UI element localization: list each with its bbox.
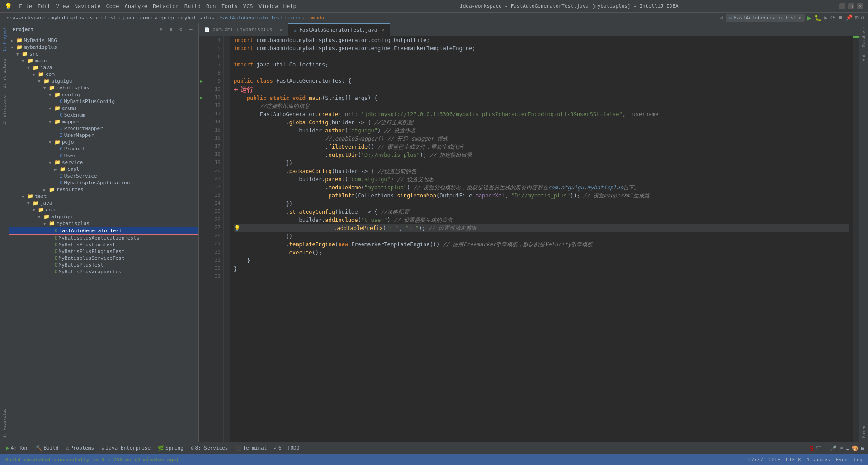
menu-window[interactable]: Window <box>255 2 280 10</box>
ime-cloud-button[interactable]: ☁ <box>846 445 849 451</box>
ime-more-button[interactable]: ⊞ <box>861 445 864 451</box>
menu-tools[interactable]: Tools <box>219 2 241 10</box>
tree-item-enums[interactable]: ▼ 📁 enums <box>9 105 198 112</box>
tree-item-java[interactable]: ▼ 📁 java <box>9 64 198 71</box>
spring-button[interactable]: 🌿 Spring <box>155 444 186 452</box>
menu-edit[interactable]: Edit <box>35 2 53 10</box>
bc-mybatisplus2[interactable]: mybatisplus <box>181 15 214 21</box>
pin-button[interactable]: 📌 <box>846 14 853 21</box>
ime-skin-button[interactable]: 🎨 <box>852 445 859 451</box>
tree-item-mybatisplus[interactable]: ▼ 📁 mybatisplus <box>9 85 198 91</box>
minimize-button[interactable]: ─ <box>839 3 845 9</box>
menu-file[interactable]: File <box>16 2 35 10</box>
java-enterprise-button[interactable]: ☕ Java Enterprise <box>99 444 153 452</box>
bc-mybatisplus[interactable]: mybatisplus <box>51 15 84 21</box>
run-button[interactable]: ▶ <box>807 14 812 22</box>
close-button[interactable]: ✕ <box>857 3 863 9</box>
window-controls[interactable]: ─ □ ✕ <box>839 3 863 9</box>
menu-run[interactable]: Run <box>203 2 219 10</box>
build-tool-button[interactable]: 🔨 Build <box>33 444 61 452</box>
services-button[interactable]: ⚙ 8: Services <box>188 444 231 452</box>
line-separator[interactable]: CRLF <box>769 457 781 463</box>
tab-fast-close[interactable]: ✕ <box>382 28 384 33</box>
tree-item-pojo[interactable]: ▼ 📁 pojo <box>9 139 198 146</box>
tab-fast-generator[interactable]: ☕ FastAutoGeneratorTest.java ✕ <box>288 23 390 36</box>
run-indicator-9[interactable]: ▶ <box>200 79 203 84</box>
bc-atguigu[interactable]: atguigu <box>155 15 175 21</box>
encoding[interactable]: UTF-8 <box>786 457 801 463</box>
bc-lambda[interactable]: Lambda <box>306 15 324 21</box>
tree-item-fastautogeneratortest[interactable]: C FastAutoGeneratorTest <box>9 227 198 235</box>
menu-view[interactable]: View <box>53 2 72 10</box>
tree-item-mybatisplusconfig[interactable]: C MyBatisPlusConfig <box>9 98 198 105</box>
ant-tab[interactable]: Ant <box>861 50 867 65</box>
tree-item-service[interactable]: ▼ 📁 service <box>9 159 198 166</box>
menu-build[interactable]: Build <box>182 2 203 10</box>
bc-method[interactable]: main <box>288 15 301 21</box>
tree-item-userservice[interactable]: I UserService <box>9 173 198 179</box>
settings-button[interactable]: ⚙ <box>861 14 864 21</box>
todo-button[interactable]: ✓ 6: TODO <box>271 444 302 452</box>
tree-item-com[interactable]: ▼ 📁 com <box>9 71 198 78</box>
tree-item-java[interactable]: ▼ 📁 java <box>9 200 198 207</box>
tree-item-mybatisplusapplicationtests[interactable]: C MybatisplusApplicationTests <box>9 235 198 241</box>
menu-navigate[interactable]: Navigate <box>72 2 104 10</box>
back-button[interactable]: ◁ <box>720 14 723 21</box>
sort-button[interactable]: ≡ <box>167 26 175 34</box>
menu-vcs[interactable]: VCS <box>241 2 256 10</box>
ime-keyboard-button[interactable]: ⌨ <box>840 445 843 451</box>
run-indicator-11[interactable]: ▶ <box>200 95 203 100</box>
ime-cn-button[interactable]: 中 <box>816 444 822 452</box>
tree-item-mybatisplus[interactable]: ▼ 📁 mybatisplus <box>9 44 198 51</box>
tree-item-user[interactable]: C User <box>9 152 198 159</box>
structure-panel-tab[interactable]: Z: Structure <box>1 55 8 92</box>
layout-button[interactable]: ⊞ <box>855 14 859 21</box>
tree-item-atguigu[interactable]: ▼ 📁 atguigu <box>9 78 198 85</box>
menu-help[interactable]: Help <box>281 2 299 10</box>
bc-com[interactable]: com <box>140 15 149 21</box>
terminal-button[interactable]: ⬛ Terminal <box>232 444 269 452</box>
tree-item-mapper[interactable]: ▼ 📁 mapper <box>9 118 198 125</box>
indent-setting[interactable]: 4 spaces <box>806 457 830 463</box>
collapse-all-button[interactable]: ⊞ <box>157 26 165 34</box>
favorites-tab[interactable]: 2: Favorites <box>1 405 8 442</box>
bc-java[interactable]: java <box>122 15 134 21</box>
structure-panel-tab2[interactable]: 2: Structure <box>1 92 8 128</box>
maven-tab[interactable]: Maven <box>861 422 867 442</box>
menu-analyze[interactable]: Analyze <box>122 2 150 10</box>
tree-item-src[interactable]: ▼ 📁 src <box>9 51 198 57</box>
bc-test[interactable]: test <box>104 15 117 21</box>
tree-item-test[interactable]: ▼ 📁 test <box>9 193 198 200</box>
tree-item-usermapper[interactable]: I UserMapper <box>9 132 198 139</box>
code-content[interactable]: import com.baomidou.mybatisplus.generato… <box>230 36 853 442</box>
tree-item-impl[interactable]: ▶ 📁 impl <box>9 166 198 173</box>
run-tool-button[interactable]: ▶ 4: Run <box>4 444 31 452</box>
tree-item-mybatispluspluginstest[interactable]: C MyBatisPlusPluginsTest <box>9 248 198 255</box>
bc-src[interactable]: src <box>90 15 99 21</box>
tree-item-mybatispluswrappertest[interactable]: C MyBatisPlusWrapperTest <box>9 268 198 275</box>
maximize-button[interactable]: □ <box>848 3 854 9</box>
tree-item-sexenum[interactable]: C SexEnum <box>9 112 198 118</box>
tree-item-product[interactable]: C Product <box>9 146 198 152</box>
profile-button[interactable]: ⟳ <box>830 14 835 21</box>
tree-item-mybatisplusservicetest[interactable]: C MyBatisplusServiceTest <box>9 255 198 262</box>
panel-settings-button[interactable]: ⚙ <box>177 26 185 34</box>
problems-tool-button[interactable]: ⚠ Problems <box>63 444 97 452</box>
tree-item-resources[interactable]: ▶ 📁 resources <box>9 186 198 193</box>
tree-item-com[interactable]: ▼ 📁 com <box>9 207 198 213</box>
close-panel-button[interactable]: ─ <box>187 26 195 34</box>
tree-item-config[interactable]: ▼ 📁 config <box>9 91 198 98</box>
bc-class[interactable]: FastAutoGeneratorTest <box>220 15 283 21</box>
ime-voice-button[interactable]: 🎤 <box>830 445 837 451</box>
menu-code[interactable]: Code <box>104 2 122 10</box>
tree-item-atguigu[interactable]: ▼ 📁 atguigu <box>9 213 198 220</box>
tree-item-mybatis_mbg[interactable]: ▶ 📁 MyBatis_MBG <box>9 37 198 44</box>
run-with-coverage-button[interactable]: ▶ <box>824 14 827 21</box>
bc-workspace[interactable]: idea-workspace <box>4 15 46 21</box>
tab-pom-close[interactable]: ✕ <box>280 27 283 32</box>
project-panel-tab[interactable]: 1: Project <box>1 23 8 55</box>
tree-item-mybatisplusapplication[interactable]: C MybatisplusApplication <box>9 179 198 186</box>
debug-button[interactable]: 🐛 <box>814 14 821 21</box>
tree-item-productmapper[interactable]: I ProductMapper <box>9 125 198 132</box>
ime-dot-button[interactable]: · <box>825 445 828 451</box>
